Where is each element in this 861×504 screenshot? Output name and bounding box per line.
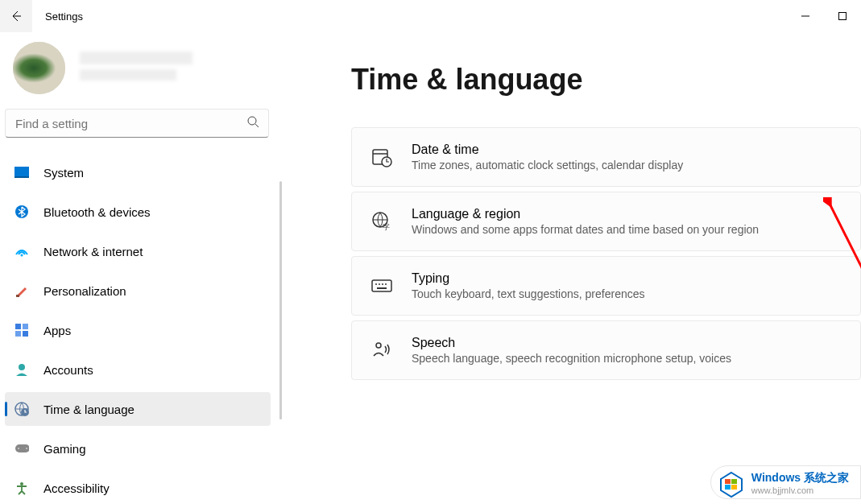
- svg-point-2: [248, 117, 256, 125]
- svg-rect-5: [14, 176, 29, 178]
- watermark-url: www.bjjmlv.com: [751, 485, 849, 495]
- card-title: Date & time: [412, 143, 683, 157]
- svg-rect-36: [731, 485, 737, 490]
- svg-rect-30: [377, 287, 387, 289]
- profile-email-obscured: [80, 69, 176, 81]
- minimize-icon: [801, 11, 810, 21]
- avatar: [13, 42, 65, 94]
- svg-point-13: [19, 364, 25, 370]
- watermark-logo-icon: [718, 471, 745, 498]
- sidebar-item-accessibility[interactable]: Accessibility: [5, 471, 271, 504]
- svg-point-28: [382, 283, 383, 285]
- gaming-icon: [14, 441, 29, 456]
- nav-label: Accounts: [43, 363, 93, 377]
- time-language-icon: [14, 402, 29, 416]
- svg-rect-10: [23, 324, 28, 329]
- nav-label: Time & language: [43, 403, 135, 416]
- system-icon: [14, 165, 29, 180]
- titlebar: Settings: [0, 0, 861, 32]
- language-region-icon: 字: [371, 211, 392, 232]
- sidebar-item-accounts[interactable]: Accounts: [5, 353, 271, 386]
- svg-point-7: [21, 254, 23, 257]
- apps-icon: [14, 323, 29, 337]
- keyboard-icon: [371, 275, 392, 296]
- svg-rect-8: [16, 295, 19, 297]
- svg-rect-4: [14, 167, 29, 176]
- svg-rect-9: [15, 324, 21, 329]
- svg-line-3: [255, 124, 259, 127]
- card-desc: Time zones, automatic clock settings, ca…: [412, 159, 683, 171]
- card-typing[interactable]: Typing Touch keyboard, text suggestions,…: [351, 256, 861, 316]
- bluetooth-icon: [14, 204, 29, 219]
- svg-rect-34: [731, 479, 737, 484]
- content-area: Time & language Date & time Time zones, …: [282, 32, 861, 504]
- maximize-button[interactable]: [824, 0, 861, 32]
- svg-rect-33: [725, 479, 731, 484]
- sidebar-item-time-language[interactable]: Time & language: [5, 392, 271, 426]
- svg-rect-1: [839, 13, 847, 20]
- svg-point-29: [385, 283, 387, 285]
- svg-point-18: [26, 448, 27, 449]
- svg-point-26: [375, 283, 377, 285]
- back-arrow-icon: [10, 10, 23, 23]
- card-desc: Speech language, speech recognition micr…: [412, 352, 731, 365]
- card-date-time[interactable]: Date & time Time zones, automatic clock …: [351, 127, 861, 187]
- back-button[interactable]: [0, 0, 32, 32]
- speech-icon: [371, 340, 392, 361]
- window-controls: [787, 0, 861, 32]
- nav-label: Personalization: [43, 284, 126, 298]
- profile-name-obscured: [80, 52, 192, 64]
- svg-point-31: [376, 343, 381, 348]
- nav-label: Apps: [43, 324, 71, 337]
- card-language-region[interactable]: 字 Language & region Windows and some app…: [351, 192, 861, 251]
- nav-list: System Bluetooth & devices Network & int…: [5, 155, 282, 504]
- network-icon: [14, 244, 29, 258]
- minimize-button[interactable]: [787, 0, 824, 32]
- maximize-icon: [838, 11, 847, 21]
- svg-point-19: [20, 482, 23, 485]
- svg-rect-12: [23, 331, 28, 337]
- sidebar-item-apps[interactable]: Apps: [5, 313, 271, 347]
- sidebar-item-gaming[interactable]: Gaming: [5, 432, 271, 465]
- accounts-icon: [14, 362, 29, 377]
- window-title: Settings: [45, 10, 83, 23]
- card-speech[interactable]: Speech Speech language, speech recogniti…: [351, 320, 861, 380]
- sidebar-item-personalization[interactable]: Personalization: [5, 274, 271, 308]
- nav-label: System: [43, 166, 84, 180]
- svg-rect-11: [15, 331, 21, 337]
- sidebar-item-system[interactable]: System: [5, 155, 271, 189]
- search-input[interactable]: [5, 109, 269, 138]
- nav-label: Gaming: [43, 442, 86, 456]
- svg-text:字: 字: [383, 223, 390, 231]
- watermark: Windows 系统之家 www.bjjmlv.com: [710, 465, 861, 499]
- nav-label: Bluetooth & devices: [43, 205, 151, 219]
- sidebar-item-bluetooth[interactable]: Bluetooth & devices: [5, 195, 271, 229]
- sidebar-item-network[interactable]: Network & internet: [5, 234, 271, 268]
- card-desc: Touch keyboard, text suggestions, prefer…: [412, 287, 645, 300]
- personalization-icon: [14, 283, 29, 298]
- page-title: Time & language: [351, 63, 861, 97]
- search-wrap: [5, 109, 274, 138]
- profile-info: [80, 52, 279, 85]
- svg-point-27: [379, 283, 380, 285]
- sidebar: System Bluetooth & devices Network & int…: [0, 32, 282, 504]
- card-title: Language & region: [412, 207, 759, 221]
- watermark-title: Windows 系统之家: [751, 471, 849, 485]
- date-time-icon: [371, 147, 392, 167]
- profile-section[interactable]: [5, 32, 282, 109]
- svg-point-17: [18, 448, 19, 449]
- search-icon: [246, 115, 259, 131]
- svg-rect-25: [372, 280, 391, 291]
- nav-label: Network & internet: [43, 245, 143, 258]
- accessibility-icon: [14, 481, 29, 495]
- card-title: Speech: [412, 336, 731, 350]
- card-desc: Windows and some apps format dates and t…: [412, 223, 759, 236]
- card-title: Typing: [412, 271, 645, 286]
- svg-rect-35: [725, 485, 731, 490]
- nav-label: Accessibility: [43, 481, 110, 495]
